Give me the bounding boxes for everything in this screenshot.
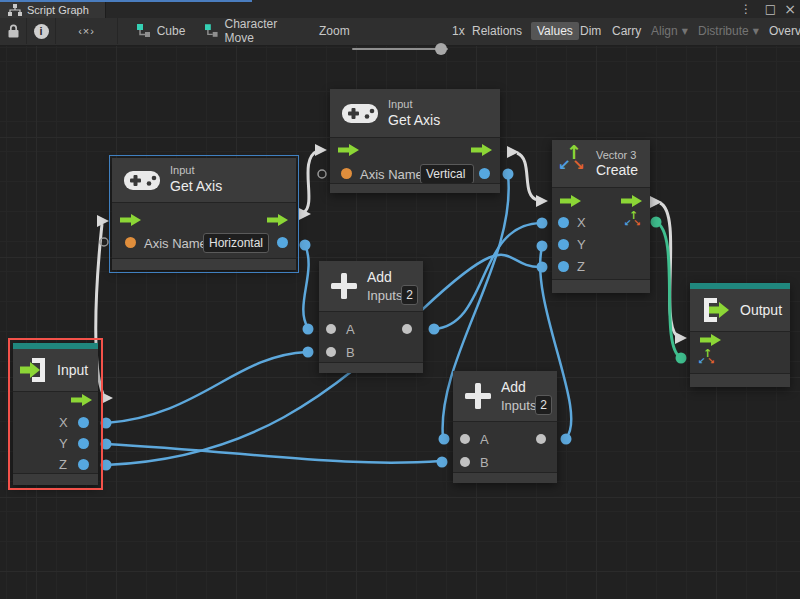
axis-name-field[interactable]: Vertical [420, 164, 474, 184]
node-footer [552, 279, 650, 293]
zoom-slider-track[interactable] [352, 48, 448, 50]
overview-button[interactable]: Overv [763, 22, 800, 40]
flow-out-port[interactable] [267, 214, 288, 226]
node-header: Input Get Axis [330, 89, 500, 138]
node-header: Input [13, 349, 98, 392]
node-header: Add Inputs 2 [319, 261, 423, 312]
values-toggle[interactable]: Values [531, 22, 579, 40]
port-b-label: B [346, 345, 355, 360]
node-category: Vector 3 [596, 149, 636, 161]
flow-in-port[interactable] [120, 214, 141, 226]
port-z-label: Z [577, 259, 585, 274]
port-x-label: X [59, 415, 68, 430]
axis-name-port[interactable] [341, 168, 352, 179]
port-x[interactable] [558, 217, 569, 228]
zoom-slider-handle[interactable] [435, 43, 447, 55]
port-b[interactable] [460, 457, 470, 467]
port-y[interactable] [78, 438, 89, 449]
tab-title: Script Graph [27, 4, 89, 16]
port-z[interactable] [558, 261, 569, 272]
info-button[interactable]: i [27, 18, 56, 44]
port-b[interactable] [326, 347, 336, 357]
unity-script-graph-window: Input Get Axis Axis Name Vertical Input … [0, 0, 800, 599]
dim-toggle[interactable]: Dim [574, 22, 607, 40]
flow-in-port[interactable] [338, 144, 359, 156]
node-title: Add [367, 269, 392, 285]
node-add-bottom[interactable]: Add Inputs 2 A B [453, 371, 557, 483]
node-footer [112, 258, 296, 270]
gamepad-icon [342, 102, 378, 125]
graph-toolbar: i ‹×› Cube Character Move Zoom 1x Relati… [0, 18, 800, 46]
port-x-label: X [577, 215, 586, 230]
node-category: Input [170, 164, 194, 176]
node-get-axis-horizontal[interactable]: Input Get Axis Axis Name Horizontal [112, 158, 296, 270]
node-title: Get Axis [170, 178, 222, 194]
node-category: Input [388, 98, 412, 110]
axis-name-port[interactable] [125, 237, 136, 248]
input-icon [19, 357, 49, 383]
node-vector3-create[interactable]: ↑ ↙ ↘ Vector 3 Create X ↑ ↙ ↘ Y Z [552, 140, 650, 293]
sum-port[interactable] [402, 324, 412, 334]
inputs-count-field[interactable]: 2 [401, 285, 418, 305]
axis-name-label: Axis Name [144, 236, 207, 251]
result-port[interactable] [277, 237, 288, 248]
port-y[interactable] [558, 239, 569, 250]
port-b-label: B [480, 455, 489, 470]
chevron-down-icon: ▼ [682, 27, 688, 36]
distribute-dropdown[interactable]: Distribute▼ [692, 22, 765, 40]
graph-node-icon [205, 24, 219, 38]
vector3-out-port[interactable]: ↑ ↙ ↘ [624, 212, 642, 230]
window-menu-button[interactable]: ⋮ [740, 0, 752, 18]
output-icon [700, 297, 730, 323]
align-dropdown[interactable]: Align▼ [645, 22, 694, 40]
gamepad-icon [124, 169, 160, 192]
node-title: Add [501, 379, 526, 395]
node-graph-output[interactable]: Output ↑ ↙ ↘ [690, 283, 790, 387]
carry-toggle[interactable]: Carry [606, 22, 647, 40]
flow-out-port[interactable] [621, 195, 642, 207]
node-footer [13, 473, 98, 485]
axis-name-label: Axis Name [360, 167, 423, 182]
inputs-count-field[interactable]: 2 [535, 395, 552, 415]
node-get-axis-vertical[interactable]: Input Get Axis Axis Name Vertical [330, 89, 500, 193]
result-port[interactable] [479, 168, 490, 179]
port-z[interactable] [78, 459, 89, 470]
port-a[interactable] [326, 324, 336, 334]
zoom-label: Zoom [319, 24, 350, 38]
close-button[interactable]: × [784, 0, 796, 18]
flow-in-port[interactable] [700, 334, 721, 346]
node-header: Output [690, 289, 790, 332]
graph-breadcrumb-cube[interactable]: Cube [122, 18, 200, 44]
relations-toggle[interactable]: Relations [466, 22, 528, 40]
flow-out-port[interactable] [471, 144, 492, 156]
vector3-icon: ↑ ↙ ↘ [558, 146, 590, 178]
sum-port[interactable] [536, 434, 546, 444]
node-graph-input[interactable]: Input X Y Z [13, 343, 98, 485]
lock-icon [8, 24, 19, 38]
graph-name: Cube [157, 24, 186, 38]
node-footer [330, 183, 500, 193]
vector-in-port[interactable]: ↑ ↙ ↘ [698, 350, 716, 368]
graph-breadcrumb-character-move[interactable]: Character Move [205, 18, 307, 44]
inputs-label: Inputs [501, 398, 536, 413]
node-title: Input [57, 362, 88, 378]
maximize-button[interactable]: □ [765, 0, 776, 18]
port-x[interactable] [78, 417, 89, 428]
zoom-value: 1x [452, 24, 465, 38]
lock-button[interactable] [0, 18, 27, 44]
flow-out-port[interactable] [71, 394, 92, 406]
node-add-top[interactable]: Add Inputs 2 A B [319, 261, 423, 373]
code-view-button[interactable]: ‹×› [56, 18, 118, 44]
axis-name-field[interactable]: Horizontal [203, 233, 269, 253]
graph-node-icon [137, 24, 151, 38]
output-header-strip [690, 283, 790, 289]
node-footer [690, 373, 790, 387]
port-z-label: Z [59, 457, 67, 472]
plus-icon [464, 382, 492, 410]
info-icon: i [34, 24, 49, 39]
tab-script-graph[interactable]: Script Graph [0, 2, 106, 18]
node-footer [453, 472, 557, 483]
inputs-label: Inputs [367, 288, 402, 303]
flow-in-port[interactable] [560, 195, 581, 207]
port-a[interactable] [460, 434, 470, 444]
